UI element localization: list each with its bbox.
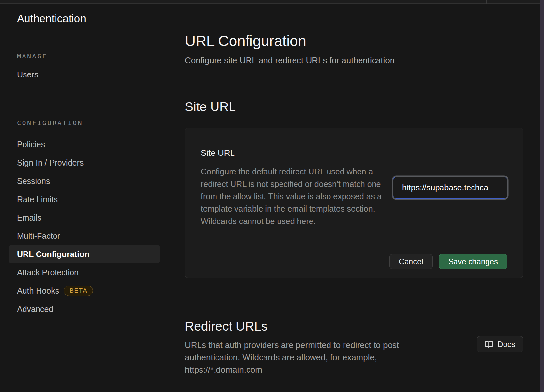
site-url-card-footer: Cancel Save changes <box>185 245 523 278</box>
sidebar-item-users[interactable]: Users <box>9 67 160 82</box>
redirect-urls-description: URLs that auth providers are permitted t… <box>185 339 428 376</box>
sidebar-item-advanced[interactable]: Advanced <box>9 300 160 318</box>
sidebar-section-manage: MANAGE Users <box>0 33 168 101</box>
sidebar-header: Authentication <box>0 4 168 33</box>
cancel-button[interactable]: Cancel <box>389 254 433 269</box>
auth-hooks-label: Auth Hooks <box>17 286 59 296</box>
section-label-manage: MANAGE <box>0 52 168 60</box>
sidebar-item-policies[interactable]: Policies <box>9 135 160 154</box>
top-strip-divider <box>514 0 514 4</box>
site-url-field-description: Configure the default redirect URL used … <box>201 165 382 227</box>
sidebar-item-attack-protection[interactable]: Attack Protection <box>9 263 160 282</box>
page-subtitle: Configure site URL and redirect URLs for… <box>185 56 540 66</box>
sidebar-item-emails[interactable]: Emails <box>9 208 160 227</box>
sidebar-item-auth-hooks[interactable]: Auth Hooks BETA <box>9 282 160 300</box>
docs-button-label: Docs <box>497 340 515 349</box>
site-url-field-label: Site URL <box>201 148 389 158</box>
save-changes-button[interactable]: Save changes <box>439 254 507 269</box>
main-content: URL Configuration Configure site URL and… <box>168 4 540 392</box>
sidebar-item-multi-factor[interactable]: Multi-Factor <box>9 227 160 245</box>
desktop-edge-strip <box>540 0 544 392</box>
site-url-card: Site URL Configure the default redirect … <box>185 128 523 278</box>
section-label-configuration: CONFIGURATION <box>0 119 168 127</box>
sidebar-item-sessions[interactable]: Sessions <box>9 172 160 190</box>
redirect-urls-info: Redirect URLs URLs that auth providers a… <box>185 319 428 376</box>
window-top-strip <box>0 0 544 4</box>
auth-sidebar: Authentication MANAGE Users CONFIGURATIO… <box>0 4 168 392</box>
docs-button[interactable]: Docs <box>477 336 523 352</box>
book-open-icon <box>485 340 493 349</box>
sidebar-section-configuration: CONFIGURATION Policies Sign In / Provide… <box>0 101 168 318</box>
sidebar-title: Authentication <box>17 12 86 25</box>
site-url-input-wrap <box>393 177 507 199</box>
site-url-input[interactable] <box>393 177 507 199</box>
page-title: URL Configuration <box>185 32 540 50</box>
redirect-urls-section: Redirect URLs URLs that auth providers a… <box>185 319 523 376</box>
sidebar-item-sign-in-providers[interactable]: Sign In / Providers <box>9 154 160 172</box>
redirect-urls-heading: Redirect URLs <box>185 319 428 334</box>
site-url-heading: Site URL <box>185 100 540 114</box>
sidebar-item-rate-limits[interactable]: Rate Limits <box>9 190 160 208</box>
sidebar-nav-list: Policies Sign In / Providers Sessions Ra… <box>0 135 168 318</box>
site-url-card-body: Site URL Configure the default redirect … <box>185 128 523 245</box>
beta-badge: BETA <box>64 286 93 296</box>
sidebar-item-url-configuration[interactable]: URL Configuration <box>9 245 160 263</box>
top-strip-divider <box>486 0 487 4</box>
site-url-field-info: Site URL Configure the default redirect … <box>201 148 389 227</box>
